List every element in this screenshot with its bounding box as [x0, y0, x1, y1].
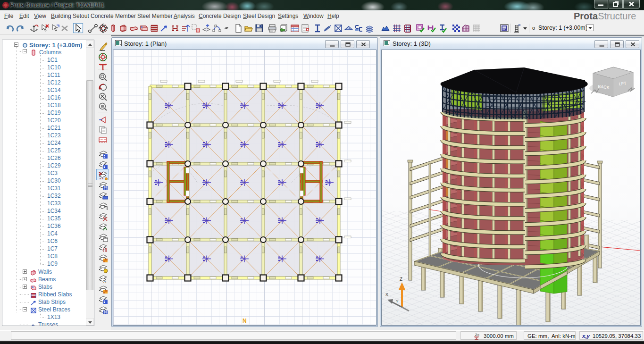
svg-text:A: A	[103, 279, 106, 284]
svg-text:N: N	[243, 318, 247, 324]
svg-text:LFT: LFT	[619, 81, 627, 86]
svg-text:X: X	[385, 292, 388, 297]
svg-text:Y: Y	[396, 299, 399, 303]
svg-text:z=: z=	[475, 333, 479, 337]
svg-text:Z: Z	[400, 277, 402, 282]
